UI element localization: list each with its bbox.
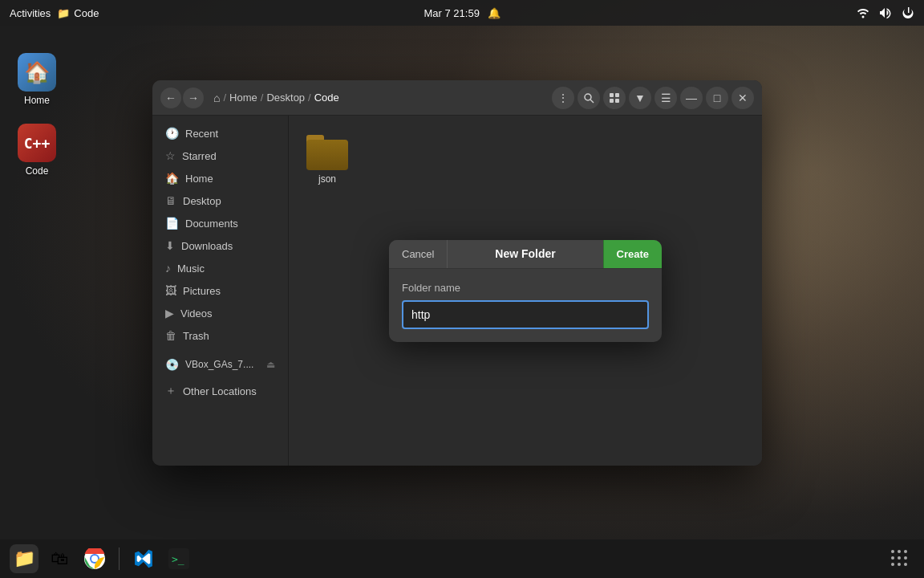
maximize-button[interactable]: □	[706, 87, 728, 109]
trash-label: Trash	[183, 330, 209, 342]
window-body: 🕐 Recent ☆ Starred 🏠 Home 🖥 Desktop 📄 Do…	[152, 116, 762, 466]
other-locations-label: Other Locations	[183, 385, 257, 397]
back-button[interactable]: ←	[160, 88, 181, 108]
notification-bell-icon[interactable]: 🔔	[488, 7, 500, 19]
sidebar-item-other-locations[interactable]: ＋ Other Locations	[156, 379, 285, 403]
sidebar-item-pictures[interactable]: 🖼 Pictures	[156, 279, 285, 302]
taskbar-terminal-icon[interactable]: >_	[164, 544, 193, 573]
cancel-button[interactable]: Cancel	[389, 240, 448, 268]
window-controls: ⋮ ▼ ☰ — □ ✕	[552, 87, 754, 109]
folder-name-label: Folder name	[402, 282, 649, 294]
sidebar-item-downloads[interactable]: ⬇ Downloads	[156, 234, 285, 257]
recent-icon: 🕐	[165, 127, 179, 140]
show-apps-button[interactable]	[886, 544, 914, 573]
view-button[interactable]	[603, 87, 626, 109]
breadcrumb-home[interactable]: Home	[229, 92, 257, 104]
topbar-right	[857, 6, 914, 19]
desktop-icon-home-label: Home	[24, 95, 50, 106]
main-content[interactable]: json Cancel New Folder Create Folder nam…	[289, 116, 762, 466]
taskbar: 📁 🛍 >_	[0, 539, 924, 578]
trash-icon: 🗑	[165, 329, 176, 342]
taskbar-store-icon[interactable]: 🛍	[45, 544, 74, 573]
sidebar-item-trash[interactable]: 🗑 Trash	[156, 324, 285, 347]
navigation-buttons: ← →	[160, 88, 204, 108]
dialog-title: New Folder	[448, 247, 602, 260]
pictures-label: Pictures	[183, 285, 221, 297]
vbox-label: VBox_GAs_7....	[185, 359, 253, 370]
music-icon: ♪	[165, 262, 171, 275]
svg-line-2	[590, 100, 594, 103]
topbar: Activities 📁 Code Mar 7 21:59 🔔	[0, 0, 924, 26]
svg-rect-6	[615, 99, 619, 103]
svg-text:>_: >_	[172, 553, 184, 565]
topbar-clock: Mar 7 21:59 🔔	[424, 7, 500, 19]
svg-rect-5	[610, 99, 614, 103]
dialog-header: Cancel New Folder Create	[389, 240, 662, 269]
downloads-icon: ⬇	[165, 239, 175, 252]
list-view-button[interactable]: ☰	[654, 87, 677, 109]
taskbar-vscode-icon[interactable]	[129, 544, 158, 573]
volume-icon[interactable]	[879, 6, 892, 19]
videos-label: Videos	[180, 307, 213, 320]
home-icon: 🏠	[165, 172, 179, 185]
desktop-icon-sidebar: 🖥	[165, 194, 176, 207]
home-breadcrumb-icon[interactable]: ⌂	[213, 92, 220, 104]
power-icon[interactable]	[902, 6, 914, 19]
svg-point-0	[862, 16, 865, 18]
svg-rect-4	[615, 93, 619, 97]
svg-rect-3	[610, 93, 614, 97]
desktop-label: Desktop	[183, 195, 221, 207]
sidebar-item-documents[interactable]: 📄 Documents	[156, 212, 285, 234]
sidebar-item-videos[interactable]: ▶ Videos	[156, 302, 285, 324]
svg-point-1	[585, 94, 591, 100]
plus-icon: ＋	[165, 384, 176, 398]
desktop-icon-code[interactable]: C++ Code	[8, 119, 66, 181]
breadcrumb: ⌂ / Home / Desktop / Code	[213, 92, 339, 104]
breadcrumb-code[interactable]: Code	[314, 92, 339, 104]
sidebar-item-vbox[interactable]: 💿 VBox_GAs_7.... ⏏	[156, 353, 285, 376]
sidebar-item-recent[interactable]: 🕐 Recent	[156, 122, 285, 144]
folder-icon: 📁	[57, 7, 70, 19]
sidebar-item-starred[interactable]: ☆ Starred	[156, 144, 285, 167]
menu-button[interactable]: ⋮	[552, 87, 574, 109]
videos-icon: ▶	[165, 307, 174, 320]
downloads-label: Downloads	[181, 240, 233, 252]
sort-button[interactable]: ▼	[629, 87, 651, 109]
taskbar-files-icon[interactable]: 📁	[10, 544, 38, 573]
desktop-icon-code-label: Code	[26, 165, 49, 177]
network-icon[interactable]	[857, 6, 869, 19]
eject-icon[interactable]: ⏏	[266, 359, 275, 370]
close-button[interactable]: ✕	[732, 87, 754, 109]
titlebar: ← → ⌂ / Home / Desktop / Code ⋮	[152, 80, 762, 116]
sidebar-item-desktop[interactable]: 🖥 Desktop	[156, 189, 285, 212]
documents-icon: 📄	[165, 217, 179, 230]
taskbar-chrome-icon[interactable]	[80, 544, 109, 573]
starred-label: Starred	[182, 150, 217, 162]
breadcrumb-desktop[interactable]: Desktop	[266, 92, 305, 104]
search-button[interactable]	[578, 87, 600, 109]
activities-button[interactable]: Activities	[10, 7, 51, 19]
sidebar: 🕐 Recent ☆ Starred 🏠 Home 🖥 Desktop 📄 Do…	[152, 116, 289, 466]
recent-label: Recent	[185, 128, 218, 140]
dialog-body: Folder name	[389, 269, 662, 342]
file-manager-window: ← → ⌂ / Home / Desktop / Code ⋮	[152, 80, 762, 466]
sidebar-item-music[interactable]: ♪ Music	[156, 257, 285, 279]
minimize-button[interactable]: —	[680, 87, 703, 109]
new-folder-dialog: Cancel New Folder Create Folder name	[389, 240, 662, 342]
documents-label: Documents	[185, 218, 238, 230]
svg-point-9	[91, 556, 98, 562]
create-button[interactable]: Create	[603, 240, 662, 268]
starred-icon: ☆	[165, 149, 176, 162]
vbox-icon: 💿	[165, 358, 179, 371]
pictures-icon: 🖼	[165, 284, 176, 297]
dialog-overlay: Cancel New Folder Create Folder name	[289, 116, 762, 466]
forward-button[interactable]: →	[183, 88, 204, 108]
music-label: Music	[177, 263, 205, 275]
sidebar-item-home[interactable]: 🏠 Home	[156, 167, 285, 189]
home-label: Home	[185, 173, 213, 185]
taskbar-separator	[119, 547, 120, 570]
desktop-icon-home[interactable]: 🏠 Home	[8, 48, 66, 111]
files-app-label: 📁 Code	[57, 7, 99, 19]
folder-name-input[interactable]	[402, 300, 649, 329]
